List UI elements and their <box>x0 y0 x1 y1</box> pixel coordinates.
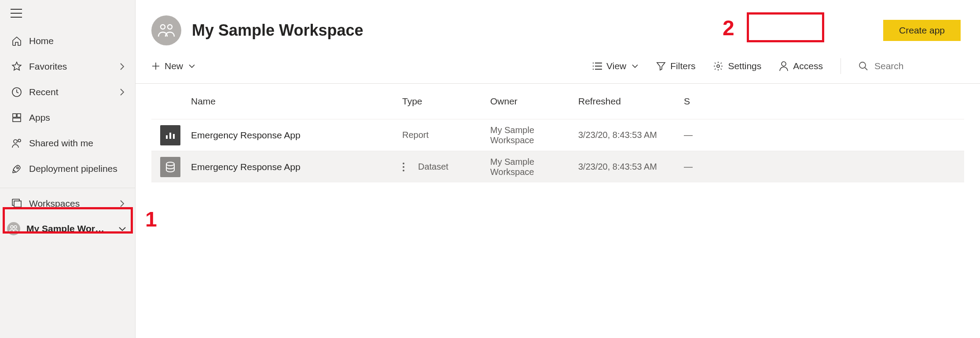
report-icon <box>160 125 180 145</box>
chevron-right-icon <box>119 63 125 71</box>
toolbar-label: View <box>606 61 626 71</box>
more-vertical-icon <box>402 162 405 172</box>
nav-label: Workspaces <box>29 198 80 209</box>
toolbar-label: New <box>165 61 183 71</box>
toolbar-label: Settings <box>728 61 761 71</box>
star-icon <box>11 61 23 72</box>
search-box[interactable] <box>859 61 964 71</box>
shared-icon <box>11 138 23 149</box>
col-type[interactable]: Type <box>402 96 490 107</box>
view-button[interactable]: View <box>592 61 639 71</box>
settings-button[interactable]: Settings <box>713 61 761 71</box>
item-refreshed: 3/23/20, 8:43:53 AM <box>578 130 684 140</box>
nav-workspaces[interactable]: Workspaces <box>0 191 135 216</box>
svg-rect-2 <box>17 114 21 117</box>
svg-point-13 <box>782 62 786 66</box>
more-button[interactable] <box>402 162 405 172</box>
nav-home[interactable]: Home <box>0 28 135 54</box>
chevron-down-icon <box>631 64 639 68</box>
hamburger-menu[interactable] <box>0 0 135 26</box>
svg-point-11 <box>168 25 172 29</box>
apps-icon <box>11 112 23 123</box>
toolbar-label: Access <box>793 61 823 71</box>
item-owner: My Sample Workspace <box>490 125 578 145</box>
chevron-down-icon <box>118 226 126 231</box>
svg-point-8 <box>11 226 13 228</box>
svg-point-6 <box>17 167 18 169</box>
plus-icon <box>151 62 160 71</box>
chevron-right-icon <box>119 200 125 208</box>
svg-point-9 <box>14 226 17 228</box>
col-owner[interactable]: Owner <box>490 96 578 107</box>
dataset-icon <box>160 157 180 177</box>
home-icon <box>11 36 23 46</box>
clock-icon <box>11 87 23 97</box>
svg-point-5 <box>18 139 21 142</box>
item-sensitivity: — <box>684 162 710 172</box>
col-name[interactable]: Name <box>191 96 402 107</box>
workspace-header: My Sample Workspace Create app <box>136 0 980 48</box>
people-icon <box>151 15 181 45</box>
search-input[interactable] <box>874 61 962 71</box>
filter-icon <box>656 61 666 71</box>
chevron-right-icon <box>119 88 125 96</box>
workspaces-icon <box>11 198 23 209</box>
nav-label: Favorites <box>29 61 67 72</box>
create-app-button[interactable]: Create app <box>883 20 961 41</box>
table-row[interactable]: Emergency Response App Dataset My Sample… <box>151 151 964 182</box>
annotation-number-2: 2 <box>723 16 734 40</box>
table-row[interactable]: Emergency Response App Report My Sample … <box>151 119 964 151</box>
people-icon <box>7 222 20 235</box>
rocket-icon <box>11 163 23 174</box>
sidebar: Home Favorites Recent Apps <box>0 0 136 338</box>
table-header: Name Type Owner Refreshed S <box>151 84 964 119</box>
svg-point-20 <box>403 166 404 168</box>
svg-point-12 <box>717 65 719 67</box>
toolbar-label: Filters <box>670 61 695 71</box>
svg-rect-15 <box>166 135 168 139</box>
nav-label: Recent <box>29 87 59 97</box>
list-icon <box>592 62 602 70</box>
nav-apps[interactable]: Apps <box>0 105 135 130</box>
nav-label: Apps <box>29 112 50 123</box>
toolbar: New View Filters Settings Access <box>136 48 980 84</box>
workspace-selected[interactable]: My Sample Works… <box>0 216 135 241</box>
item-name: Emergency Response App <box>191 162 402 172</box>
hamburger-icon <box>11 9 22 18</box>
col-refreshed[interactable]: Refreshed <box>578 96 684 107</box>
nav-shared[interactable]: Shared with me <box>0 130 135 156</box>
svg-point-14 <box>859 62 866 68</box>
content-table: Name Type Owner Refreshed S Emergency Re… <box>136 84 980 182</box>
new-button[interactable]: New <box>151 61 195 71</box>
item-owner: My Sample Workspace <box>490 157 578 177</box>
svg-point-18 <box>166 162 174 166</box>
nav-bottom: Workspaces My Sample Works… <box>0 188 135 241</box>
annotation-number-1: 1 <box>145 207 157 231</box>
item-type: Dataset <box>418 162 448 172</box>
svg-rect-3 <box>13 118 21 122</box>
svg-point-21 <box>403 170 404 171</box>
main: My Sample Workspace Create app New View … <box>136 0 980 338</box>
separator <box>841 58 841 74</box>
gear-icon <box>713 61 723 71</box>
nav-label: Deployment pipelines <box>29 163 117 174</box>
search-icon <box>859 61 868 71</box>
svg-rect-1 <box>13 114 16 117</box>
filters-button[interactable]: Filters <box>656 61 695 71</box>
svg-rect-16 <box>169 133 171 139</box>
workspace-name: My Sample Works… <box>26 223 106 234</box>
page-title: My Sample Workspace <box>192 21 363 40</box>
nav-pipelines[interactable]: Deployment pipelines <box>0 156 135 182</box>
person-icon <box>779 61 789 71</box>
svg-rect-7 <box>14 201 21 207</box>
nav-label: Shared with me <box>29 138 93 149</box>
item-type: Report <box>402 130 490 140</box>
nav-main: Home Favorites Recent Apps <box>0 26 135 182</box>
col-sensitivity[interactable]: S <box>684 96 710 107</box>
nav-recent[interactable]: Recent <box>0 79 135 105</box>
nav-label: Home <box>29 36 54 46</box>
access-button[interactable]: Access <box>779 61 823 71</box>
item-name: Emergency Response App <box>191 130 402 141</box>
svg-point-4 <box>14 140 17 143</box>
nav-favorites[interactable]: Favorites <box>0 54 135 79</box>
